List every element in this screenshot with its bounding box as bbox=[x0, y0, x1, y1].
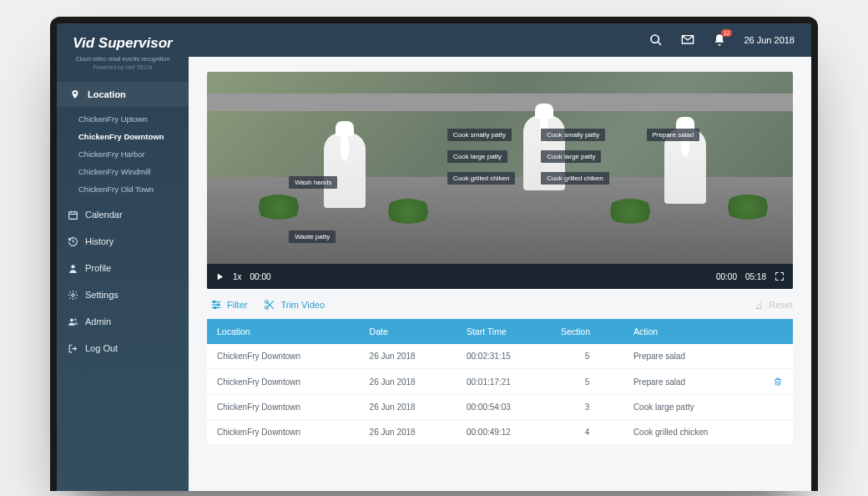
filter-icon bbox=[210, 299, 222, 311]
calendar-icon bbox=[67, 209, 78, 220]
history-icon bbox=[67, 235, 78, 247]
svg-point-7 bbox=[73, 318, 76, 321]
nav-item-settings[interactable]: Settings bbox=[57, 281, 189, 308]
video-annotation[interactable]: Cook large patty bbox=[541, 150, 601, 163]
table-row[interactable]: ChickenFry Downtown26 Jun 201800:00:49:1… bbox=[207, 420, 793, 445]
logo-area: Vid Supervisor Cloud video retail events… bbox=[57, 23, 189, 78]
laptop-frame: Vid Supervisor Cloud video retail events… bbox=[50, 17, 818, 491]
nav-item-profile[interactable]: Profile bbox=[57, 255, 189, 281]
cell-location: ChickenFry Downtown bbox=[207, 369, 360, 395]
cell-section: 5 bbox=[551, 344, 623, 369]
svg-point-18 bbox=[265, 306, 269, 310]
svg-point-4 bbox=[71, 265, 74, 268]
video-annotation[interactable]: Cook smally patty bbox=[541, 129, 605, 141]
sidebar-location-item[interactable]: ChickenFry Downtown bbox=[57, 128, 189, 145]
events-table: Location Date Start Time Section Action … bbox=[207, 319, 793, 445]
cell-location: ChickenFry Downtown bbox=[207, 395, 360, 420]
nav-location-header[interactable]: Location bbox=[57, 82, 189, 107]
cell-location: ChickenFry Downtown bbox=[207, 344, 360, 369]
cell-section: 5 bbox=[551, 369, 623, 395]
video-annotation[interactable]: Cook grilled chiken bbox=[447, 172, 516, 185]
reset-label: Reset bbox=[769, 300, 793, 310]
trim-label: Trim Video bbox=[280, 300, 325, 310]
profile-icon bbox=[67, 262, 78, 274]
cell-start: 00:01:17:21 bbox=[457, 369, 551, 395]
filter-label: Filter bbox=[227, 300, 247, 310]
table-header-row: Location Date Start Time Section Action bbox=[207, 319, 793, 344]
broom-icon bbox=[754, 300, 765, 310]
nav-location-label: Location bbox=[88, 89, 126, 99]
sidebar: Vid Supervisor Cloud video retail events… bbox=[57, 23, 189, 491]
svg-point-6 bbox=[69, 318, 73, 321]
cell-action: Prepare salad bbox=[623, 344, 763, 369]
settings-icon bbox=[67, 289, 78, 301]
video-annotation[interactable]: Cook grilled chiken bbox=[541, 172, 609, 185]
video-annotation[interactable]: Prepare salad bbox=[647, 129, 700, 141]
filter-button[interactable]: Filter bbox=[210, 299, 247, 311]
nav-item-label: Settings bbox=[85, 290, 119, 300]
content-area: Wash handsWaste pattyCook smally pattyCo… bbox=[189, 57, 811, 491]
nav-item-admin[interactable]: Admin bbox=[57, 308, 189, 335]
messages-button[interactable] bbox=[680, 33, 695, 48]
scissors-icon bbox=[264, 299, 275, 311]
svg-point-14 bbox=[214, 301, 215, 302]
cell-start: 00:00:54:03 bbox=[457, 395, 551, 420]
nav-item-label: Admin bbox=[85, 316, 111, 326]
nav-item-label: Profile bbox=[85, 263, 111, 273]
sidebar-location-item[interactable]: ChickenFry Uptown bbox=[57, 110, 189, 128]
video-annotation[interactable]: Waste patty bbox=[289, 230, 336, 243]
nav-item-label: History bbox=[85, 236, 114, 246]
table-row[interactable]: ChickenFry Downtown26 Jun 201800:00:54:0… bbox=[207, 395, 793, 420]
cell-date: 26 Jun 2018 bbox=[360, 344, 457, 369]
logout-icon bbox=[67, 342, 78, 354]
top-bar: 12 26 Jun 2018 bbox=[189, 23, 811, 57]
delete-row-button[interactable] bbox=[773, 377, 783, 387]
cell-action: Cook grilled chicken bbox=[623, 420, 763, 445]
location-pin-icon bbox=[69, 89, 81, 100]
col-action: Action bbox=[623, 319, 763, 344]
sidebar-location-item[interactable]: ChickenFry Old Town bbox=[57, 180, 189, 198]
position-time: 00:00 bbox=[716, 272, 737, 281]
toolbar: Filter Trim Video Reset bbox=[207, 289, 793, 319]
main-area: 12 26 Jun 2018 Wash handsWaste pattyCook… bbox=[189, 23, 811, 491]
sidebar-location-item[interactable]: ChickenFry Windmill bbox=[57, 163, 189, 180]
video-annotation[interactable]: Cook smally patty bbox=[447, 129, 512, 141]
video-player[interactable]: Wash handsWaste pattyCook smally pattyCo… bbox=[207, 72, 793, 289]
nav-item-log-out[interactable]: Log Out bbox=[57, 335, 189, 362]
tagline: Cloud video retail events recognition bbox=[65, 55, 180, 63]
table-row[interactable]: ChickenFry Downtown26 Jun 201800:01:17:2… bbox=[207, 369, 793, 395]
col-location: Location bbox=[207, 319, 360, 344]
nav-item-label: Log Out bbox=[85, 343, 118, 353]
notification-badge: 12 bbox=[721, 29, 733, 37]
cell-section: 4 bbox=[551, 420, 623, 445]
search-button[interactable] bbox=[648, 33, 664, 48]
reset-button[interactable]: Reset bbox=[754, 300, 793, 310]
header-date: 26 Jun 2018 bbox=[744, 35, 795, 45]
nav-item-calendar[interactable]: Calendar bbox=[57, 201, 189, 228]
cell-location: ChickenFry Downtown bbox=[207, 420, 360, 445]
sidebar-location-item[interactable]: ChickenFry Harbor bbox=[57, 145, 189, 163]
nav-item-history[interactable]: History bbox=[57, 228, 189, 255]
admin-icon bbox=[67, 316, 78, 327]
nav-list: CalendarHistoryProfileSettingsAdminLog O… bbox=[57, 201, 189, 362]
col-start: Start Time bbox=[457, 319, 551, 344]
notifications-button[interactable]: 12 bbox=[712, 33, 727, 48]
svg-point-9 bbox=[651, 35, 659, 43]
svg-point-15 bbox=[217, 304, 219, 306]
play-button[interactable] bbox=[215, 272, 225, 281]
nav-item-label: Calendar bbox=[85, 210, 123, 220]
cell-action: Cook large patty bbox=[623, 395, 763, 420]
app-logo: Vid Supervisor bbox=[65, 35, 180, 52]
trim-button[interactable]: Trim Video bbox=[264, 299, 325, 311]
svg-rect-0 bbox=[68, 211, 77, 219]
playback-speed[interactable]: 1x bbox=[233, 272, 242, 281]
table-row[interactable]: ChickenFry Downtown26 Jun 201800:02:31:1… bbox=[207, 344, 793, 369]
video-annotation[interactable]: Cook large patty bbox=[447, 150, 507, 163]
cell-date: 26 Jun 2018 bbox=[360, 369, 457, 395]
col-date: Date bbox=[360, 319, 457, 344]
svg-point-16 bbox=[214, 306, 216, 308]
cell-action: Prepare salad bbox=[623, 369, 763, 395]
fullscreen-button[interactable] bbox=[775, 271, 785, 281]
col-section: Section bbox=[551, 319, 623, 344]
video-annotation[interactable]: Wash hands bbox=[289, 176, 337, 189]
